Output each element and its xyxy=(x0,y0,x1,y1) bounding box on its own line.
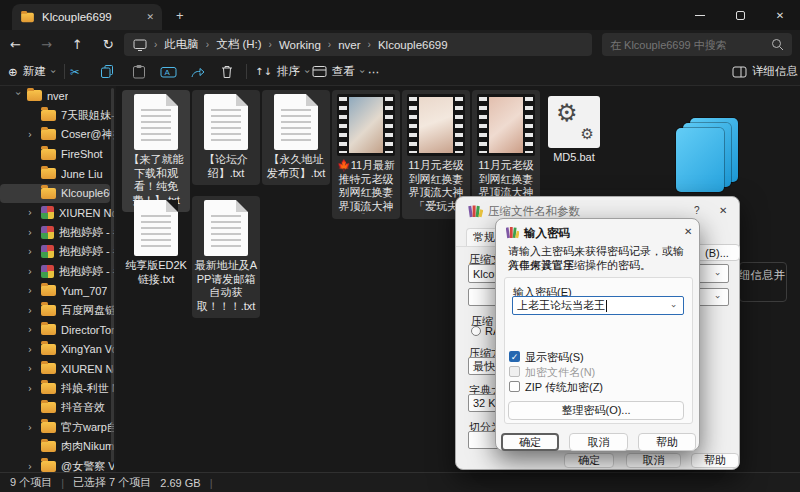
folder-icon xyxy=(41,285,56,296)
chevron-down-icon: › xyxy=(669,304,679,308)
file-item[interactable]: 🍁11月最新推特元老级别网红换妻界顶流大神「爱玩夫妻」《… xyxy=(332,90,400,219)
sidebar-item-current[interactable]: › Klcouple6699 xyxy=(0,184,110,204)
help-button[interactable]: 帮助 xyxy=(638,433,696,451)
close-icon[interactable]: ✕ xyxy=(719,205,727,216)
sidebar-item[interactable]: › 抱抱婷婷 - 半 xyxy=(0,262,114,282)
sidebar-item[interactable]: › @女警察 Vol.0 xyxy=(0,457,114,473)
sidebar-item[interactable]: › 肉肉Nikumikyo xyxy=(0,437,114,457)
sidebar-item-label: 抱抱婷婷 - 半 xyxy=(59,264,114,279)
cancel-button[interactable]: 取消 xyxy=(626,453,681,468)
chevron-right-icon[interactable]: › xyxy=(28,285,36,296)
more-button[interactable]: ⋯ xyxy=(368,58,380,85)
sidebar-item[interactable]: › 抱抱婷婷 - 半 xyxy=(0,223,114,243)
sidebar-item[interactable]: › June Liu xyxy=(0,164,114,184)
password-input[interactable]: 上老王论坛当老王 xyxy=(512,296,684,315)
file-item[interactable]: ⚙ ⚙ MD5.bat xyxy=(540,90,608,170)
sidebar-item[interactable]: › 7天眼姐妹-68 xyxy=(0,106,114,126)
sidebar-item[interactable]: › 官方warp自动设 xyxy=(0,418,114,438)
sidebar-item[interactable]: › 百度网盘链接-7 xyxy=(0,301,114,321)
chevron-right-icon[interactable]: › xyxy=(28,363,36,374)
sidebar-item[interactable]: › XIUREN No.107 xyxy=(0,359,114,379)
check-icon: ✓ xyxy=(511,352,519,362)
paste-button[interactable] xyxy=(132,58,146,85)
sidebar-item-label: 百度网盘链接-7 xyxy=(61,303,114,318)
sidebar-item[interactable]: › DirectorTong[ xyxy=(0,320,114,340)
browse-button[interactable]: (B)... xyxy=(694,244,740,261)
ok-button[interactable]: 确定 xyxy=(564,453,614,468)
cut-button[interactable]: ✂ xyxy=(70,58,80,85)
copy-button[interactable] xyxy=(100,58,115,85)
chevron-right-icon[interactable]: › xyxy=(28,207,36,218)
search-input[interactable] xyxy=(610,39,771,51)
show-password-checkbox[interactable]: ✓ xyxy=(509,351,520,362)
maximize-button[interactable] xyxy=(720,0,760,30)
chevron-right-icon[interactable]: › xyxy=(28,129,36,140)
rename-button[interactable]: A xyxy=(160,58,177,85)
chevron-right-icon[interactable]: › xyxy=(28,246,36,257)
chevron-right-icon[interactable]: › xyxy=(28,422,36,433)
help-icon[interactable]: ? xyxy=(694,205,700,216)
sidebar-item-nver[interactable]: › nver xyxy=(0,86,114,106)
file-item[interactable]: 最新地址及APP请发邮箱自动获取！！！.txt xyxy=(192,196,260,318)
chevron-right-icon[interactable]: › xyxy=(28,324,36,335)
zip-legacy-checkbox[interactable] xyxy=(509,381,520,392)
sidebar-scrollbar[interactable] xyxy=(111,88,114,462)
refresh-button[interactable]: ↻ xyxy=(103,37,114,52)
breadcrumb-nver[interactable]: nver xyxy=(338,39,360,51)
chevron-right-icon[interactable]: › xyxy=(28,266,36,277)
sidebar-item[interactable]: › 抖音音效 xyxy=(0,398,114,418)
back-button[interactable]: ← xyxy=(10,37,21,52)
delete-button[interactable] xyxy=(220,58,234,85)
new-button[interactable]: ⊕ 新建 › xyxy=(8,58,55,85)
navigation-pane: › nver › 7天眼姐妹-68 › Coser@神类 › FireShot … xyxy=(0,86,114,472)
sidebar-item[interactable]: › XingYan Vol.39 xyxy=(0,340,114,360)
chevron-right-icon[interactable]: › xyxy=(28,383,36,394)
breadcrumb-current[interactable]: Klcouple6699 xyxy=(378,39,448,51)
sidebar-item[interactable]: › 抖娘-利世 NO.0 xyxy=(0,379,114,399)
folder-icon xyxy=(41,363,56,374)
help-button-label: 帮助 xyxy=(656,435,678,450)
view-button[interactable]: 查看 › xyxy=(312,58,364,85)
share-button[interactable] xyxy=(190,58,206,85)
chevron-right-icon[interactable]: › xyxy=(28,461,36,472)
close-icon[interactable]: ✕ xyxy=(684,226,692,237)
tab-close-icon[interactable]: ✕ xyxy=(146,12,154,22)
up-button[interactable]: ↑ xyxy=(72,37,83,52)
organize-passwords-button[interactable]: 整理密码(O)... xyxy=(508,401,684,420)
cancel-button[interactable]: 取消 xyxy=(569,433,628,451)
explorer-tab[interactable]: Klcouple6699 ✕ xyxy=(12,4,162,30)
close-button[interactable]: ✕ xyxy=(760,0,800,30)
file-item[interactable]: 【永久地址发布页】.txt xyxy=(262,90,330,185)
file-name: 纯享版ED2K链接.txt xyxy=(124,259,188,286)
details-pane-toggle[interactable]: 详细信息 xyxy=(732,58,798,85)
share-icon xyxy=(190,64,206,79)
help-button[interactable]: 帮助 xyxy=(691,453,739,468)
sidebar-item[interactable]: › XIUREN No.1 xyxy=(0,203,114,223)
rar-radio[interactable] xyxy=(471,326,481,336)
breadcrumb-docs[interactable]: 文档 (H:) xyxy=(216,37,261,52)
minimize-button[interactable] xyxy=(680,0,720,30)
details-pane-label: 详细信息 xyxy=(752,64,798,79)
chevron-down-icon[interactable]: › xyxy=(13,92,24,100)
breadcrumb[interactable]: › 此电脑 › 文档 (H:) › Working › nver › Klcou… xyxy=(124,33,592,56)
forward-button[interactable]: → xyxy=(41,37,52,52)
ok-button[interactable]: 确定 xyxy=(501,433,559,451)
sidebar-item[interactable]: › 抱抱婷婷 - 半 xyxy=(0,242,114,262)
sidebar-item-label: June Liu xyxy=(61,168,103,180)
sidebar-item[interactable]: › Yum_707 xyxy=(0,281,114,301)
file-item[interactable]: 纯享版ED2K链接.txt xyxy=(122,196,190,291)
sidebar-item[interactable]: › Coser@神类 xyxy=(0,125,114,145)
file-item[interactable]: 【来了就能下载和观看！纯免费！】.txt xyxy=(122,90,190,212)
new-tab-button[interactable]: + xyxy=(176,8,184,23)
chevron-right-icon[interactable]: › xyxy=(28,344,36,355)
chevron-right-icon[interactable]: › xyxy=(28,305,36,316)
search-box[interactable] xyxy=(602,33,792,56)
file-item[interactable]: 【论坛介绍】.txt xyxy=(192,90,260,185)
breadcrumb-working[interactable]: Working xyxy=(279,39,321,51)
sort-button[interactable]: ↑↓ 排序 › xyxy=(255,58,309,85)
view-icon xyxy=(312,65,327,78)
text-file-icon xyxy=(274,94,318,150)
chevron-right-icon[interactable]: › xyxy=(28,227,36,238)
sidebar-item[interactable]: › FireShot xyxy=(0,145,114,165)
breadcrumb-this-pc[interactable]: 此电脑 xyxy=(164,37,199,52)
